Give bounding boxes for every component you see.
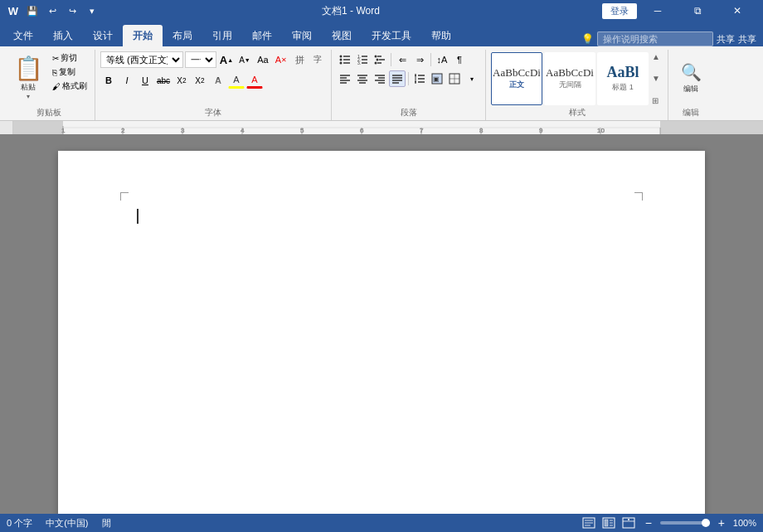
clipboard-label: 剪贴板 — [8, 105, 90, 120]
style-label-nospace: 无间隔 — [559, 80, 581, 90]
zoom-thumb — [702, 519, 710, 527]
shrink-font-button[interactable]: A▼ — [236, 51, 253, 68]
search-input[interactable] — [597, 31, 713, 46]
shading-button[interactable]: ▣ — [429, 70, 445, 87]
tab-help[interactable]: 帮助 — [421, 25, 461, 46]
show-marks-button[interactable]: ¶ — [451, 51, 468, 68]
font-group: 等线 (西文正文) 一号 A▲ A▼ Aa A✕ 拼 字 B I U abc X… — [95, 50, 332, 120]
style-scroll-down[interactable]: ▼ — [652, 74, 660, 83]
zoom-slider[interactable] — [660, 521, 710, 525]
style-item-heading1[interactable]: AaBl 标题 1 — [597, 52, 649, 105]
align-right-button[interactable] — [372, 70, 388, 87]
paste-dropdown-icon[interactable]: ▾ — [27, 93, 30, 100]
copy-icon: ⎘ — [52, 68, 57, 77]
tab-layout[interactable]: 布局 — [163, 25, 202, 46]
font-label: 字体 — [100, 105, 326, 120]
document-area[interactable] — [0, 134, 763, 514]
tab-mailings[interactable]: 邮件 — [242, 25, 282, 46]
zoom-out-button[interactable]: − — [640, 516, 657, 530]
font-content: 等线 (西文正文) 一号 A▲ A▼ Aa A✕ 拼 字 B I U abc X… — [100, 50, 326, 105]
word-count: 0 个字 — [7, 517, 32, 530]
tab-home[interactable]: 开始 — [123, 25, 163, 46]
multilevel-button[interactable] — [372, 51, 388, 68]
tab-review[interactable]: 审阅 — [282, 25, 322, 46]
svg-text:6: 6 — [360, 127, 364, 134]
status-bar: 0 个字 中文(中国) 閒 − + 100% — [0, 514, 763, 532]
subscript-button[interactable]: X2 — [173, 72, 190, 89]
copy-button[interactable]: ⎘ 复制 — [50, 65, 90, 79]
borders-button[interactable] — [446, 70, 463, 87]
svg-text:3.: 3. — [357, 60, 361, 65]
save-quick-btn[interactable]: 💾 — [25, 3, 40, 18]
font-row2: B I U abc X2 X2 A A A — [100, 72, 263, 89]
login-button[interactable]: 登录 — [602, 3, 637, 19]
highlight-button[interactable]: A — [228, 72, 245, 89]
close-button[interactable]: ✕ — [718, 0, 756, 22]
share-label[interactable]: 共享 — [717, 33, 735, 46]
svg-rect-72 — [605, 520, 608, 526]
style-preview-nospace: AaBbCcDi — [546, 66, 594, 80]
bullets-button[interactable] — [337, 51, 353, 68]
tab-references[interactable]: 引用 — [202, 25, 242, 46]
tab-design[interactable]: 设计 — [83, 25, 123, 46]
grow-font-button[interactable]: A▲ — [218, 51, 235, 68]
document-title: 文档1 - Word — [322, 5, 380, 17]
svg-text:1: 1 — [61, 127, 66, 134]
italic-button[interactable]: I — [119, 72, 135, 89]
justify-button[interactable] — [389, 70, 406, 87]
numbering-button[interactable]: 1.2.3. — [354, 51, 371, 68]
decrease-indent-button[interactable]: ⇐ — [394, 51, 411, 68]
pinyin-button[interactable]: 拼 — [291, 51, 308, 68]
restore-button[interactable]: ⧉ — [678, 0, 717, 22]
case-button[interactable]: Aa — [255, 51, 271, 68]
style-preview-normal: AaBbCcDi — [493, 66, 541, 80]
style-expand[interactable]: ⊞ — [652, 96, 660, 105]
share-text[interactable]: 共享 — [738, 33, 756, 46]
underline-button[interactable]: U — [137, 72, 153, 89]
font-color-button[interactable]: A — [246, 72, 263, 89]
layout-view-button[interactable] — [600, 516, 617, 530]
find-button[interactable]: 🔍 编辑 — [673, 52, 708, 105]
style-item-nospace[interactable]: AaBbCcDi 无间隔 — [544, 52, 595, 105]
text-effect-button[interactable]: A — [210, 72, 226, 89]
status-left: 0 个字 中文(中国) 閒 — [7, 517, 111, 530]
align-left-button[interactable] — [337, 70, 353, 87]
clipboard-sub-buttons: ✂ 剪切 ⎘ 复制 🖌 格式刷 — [50, 51, 90, 93]
style-item-normal[interactable]: AaBbCcDi 正文 — [491, 52, 542, 105]
print-view-button[interactable] — [581, 516, 597, 530]
svg-point-14 — [377, 59, 379, 61]
svg-text:▣: ▣ — [433, 75, 440, 83]
style-gallery-scroll: ▲ ▼ ⊞ — [652, 52, 660, 105]
paste-button[interactable]: 📋 粘贴 ▾ — [8, 51, 48, 104]
style-scroll-up[interactable]: ▲ — [652, 52, 660, 61]
tab-file[interactable]: 文件 — [3, 25, 43, 46]
zoom-in-button[interactable]: + — [713, 516, 730, 530]
format-painter-button[interactable]: 🖌 格式刷 — [50, 80, 90, 93]
align-center-button[interactable] — [354, 70, 371, 87]
cut-button[interactable]: ✂ 剪切 — [50, 51, 90, 65]
zoom-level[interactable]: 100% — [733, 518, 756, 528]
font-size-select[interactable]: 一号 — [185, 51, 216, 68]
font-name-select[interactable]: 等线 (西文正文) — [100, 51, 183, 68]
char-button[interactable]: 字 — [309, 51, 326, 68]
tab-insert[interactable]: 插入 — [43, 25, 83, 46]
document-page[interactable] — [58, 151, 705, 514]
increase-indent-button[interactable]: ⇒ — [411, 51, 428, 68]
undo-quick-btn[interactable]: ↩ — [45, 3, 60, 18]
minimize-button[interactable]: ─ — [639, 0, 677, 22]
word-icon: W — [7, 4, 20, 17]
tab-developer[interactable]: 开发工具 — [362, 25, 421, 46]
strikethrough-button[interactable]: abc — [155, 72, 172, 89]
svg-text:5: 5 — [300, 127, 304, 134]
borders-dropdown-button[interactable]: ▾ — [464, 70, 480, 87]
superscript-button[interactable]: X2 — [192, 72, 208, 89]
customize-quick-btn[interactable]: ▾ — [85, 3, 100, 18]
clear-format-button[interactable]: A✕ — [273, 51, 289, 68]
line-spacing-button[interactable] — [411, 70, 428, 87]
redo-quick-btn[interactable]: ↪ — [65, 3, 80, 18]
web-view-button[interactable] — [620, 516, 637, 530]
sort-button[interactable]: ↕A — [434, 51, 450, 68]
language: 中文(中国) — [46, 517, 88, 530]
bold-button[interactable]: B — [100, 72, 117, 89]
tab-view[interactable]: 视图 — [322, 25, 362, 46]
